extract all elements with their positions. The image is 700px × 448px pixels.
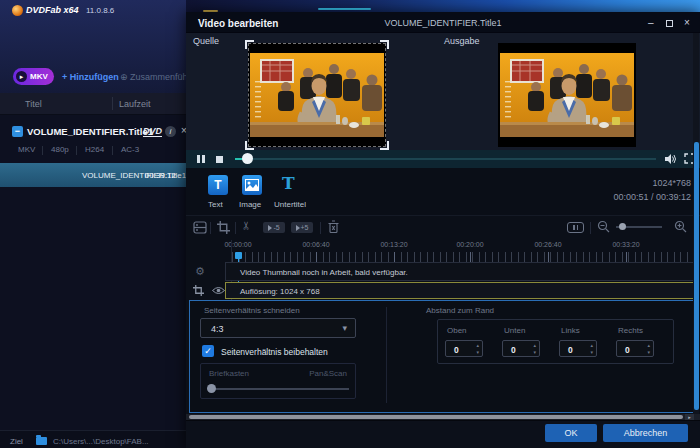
pause-icon[interactable] — [197, 155, 200, 163]
close-icon[interactable]: × — [684, 18, 690, 28]
crop-tool-icon[interactable] — [217, 221, 230, 234]
margin-section-title: Abstand zum Rand — [426, 306, 494, 315]
zoom-in-icon[interactable] — [674, 220, 687, 233]
thumbnail-message: Video Thumbnail noch in Arbeit, bald ver… — [240, 268, 408, 277]
tag-format[interactable]: MKV — [18, 145, 35, 154]
margin-top-label: Oben — [447, 326, 467, 335]
resolution-row-text: Auflösung: 1024 x 768 — [240, 287, 320, 296]
destination-path[interactable]: C:\Users\...\Desktop\FAB... — [53, 437, 149, 446]
tag-divider — [42, 146, 43, 155]
crop-section-title: Seitenverhältnis schneiden — [204, 306, 300, 315]
margin-bottom-stepper[interactable]: 0 ▴▾ — [502, 340, 540, 357]
image-tool-icon[interactable] — [242, 175, 262, 195]
fit-timeline-icon[interactable] — [567, 222, 584, 233]
eye-icon[interactable] — [212, 286, 225, 295]
timeline-zoom-handle[interactable] — [619, 223, 626, 230]
minimize-icon[interactable]: – — [648, 18, 654, 28]
vertical-scrollbar-thumb[interactable] — [694, 142, 699, 410]
seek-handle[interactable] — [242, 153, 253, 164]
dialog-title: Video bearbeiten — [198, 18, 278, 29]
selected-title-duration: 00:39:12 — [145, 171, 176, 180]
subtitle-tool-label: Untertitel — [274, 200, 306, 209]
tag-resolution[interactable]: 480p — [51, 145, 69, 154]
stop-icon[interactable] — [216, 156, 223, 163]
margin-left-label: Links — [561, 326, 580, 335]
source-video-frame[interactable] — [248, 43, 386, 147]
split-scissors-icon[interactable]: ✂ — [240, 221, 253, 230]
tick-label: 00:26:40 — [534, 241, 561, 248]
profile-mkv-button[interactable]: ▸ MKV — [13, 68, 54, 85]
letterbox-slider[interactable] — [209, 388, 349, 390]
thumbnail-track-row[interactable]: Video Thumbnail noch in Arbeit, bald ver… — [225, 262, 694, 281]
margin-bottom-label: Unten — [504, 326, 525, 335]
gear-icon[interactable]: ⚙ — [195, 265, 205, 278]
keep-aspect-label: Seitenverhältnis beibehalten — [221, 347, 328, 357]
crop-row-icon[interactable] — [193, 285, 204, 296]
info-icon[interactable]: i — [165, 126, 176, 137]
split-view-icon[interactable] — [193, 221, 207, 234]
column-title: Titel — [25, 99, 42, 109]
ok-button[interactable]: OK — [545, 424, 597, 442]
horizontal-scrollbar-thumb[interactable] — [189, 415, 683, 419]
output-video — [500, 53, 634, 137]
crop-selection[interactable] — [248, 43, 386, 147]
volume-icon[interactable] — [664, 153, 676, 165]
tick-label: 00:20:00 — [456, 241, 483, 248]
video-edit-dialog: VOLUME_IDENTIFIER.Title1 Video bearbeite… — [186, 12, 700, 448]
aspect-ratio-value: 4:3 — [211, 324, 224, 334]
tag-audio[interactable]: AC-3 — [121, 145, 139, 154]
letterbox-slider-handle[interactable] — [207, 384, 216, 393]
main-window-top-nav — [186, 0, 700, 12]
crop-handle-icon[interactable] — [380, 141, 389, 150]
step-forward-button[interactable]: +5 — [291, 222, 313, 233]
crop-handle-icon[interactable] — [380, 40, 389, 49]
margin-top-stepper[interactable]: 0 ▴▾ — [445, 340, 483, 357]
toolbar-divider — [320, 222, 321, 234]
step-back-button[interactable]: -5 — [263, 222, 285, 233]
cancel-button[interactable]: Abbrechen — [603, 424, 688, 442]
subtitle-tool-icon[interactable]: T — [282, 173, 295, 193]
seek-track[interactable] — [235, 158, 656, 160]
crop-handle-icon[interactable] — [245, 40, 254, 49]
chevron-down-icon: ▾ — [342, 323, 347, 333]
margin-right-label: Rechts — [618, 326, 643, 335]
folder-icon[interactable] — [36, 437, 47, 445]
keep-aspect-checkbox[interactable]: ✓ — [202, 345, 214, 357]
tag-codec[interactable]: H264 — [85, 145, 104, 154]
tag-divider — [112, 146, 113, 155]
letterbox-panscan-group: Briefkasten Pan&Scan — [200, 363, 356, 399]
toolbar-divider — [235, 222, 236, 234]
screen: DVDFab x64 11.0.8.6 ▸ MKV + Hinzufügen ⊕… — [0, 0, 700, 448]
resolution-track-row[interactable]: Auflösung: 1024 x 768 — [225, 282, 694, 299]
pause-icon[interactable] — [202, 155, 205, 163]
margin-right-stepper[interactable]: 0 ▴▾ — [616, 340, 654, 357]
dvd-badge: DVD — [143, 126, 162, 137]
playhead-handle[interactable] — [235, 252, 242, 259]
tag-divider — [76, 146, 77, 155]
add-button[interactable]: + Hinzufügen — [62, 72, 119, 82]
crop-handle-icon[interactable] — [245, 141, 254, 150]
item-checkbox[interactable]: − — [12, 126, 23, 137]
time-status: 00:00:51 / 00:39:12 — [613, 192, 691, 202]
margin-left-stepper[interactable]: 0 ▴▾ — [559, 340, 597, 357]
item-title: VOLUME_IDENTIFIER.Title1 — [27, 126, 153, 137]
aspect-ratio-dropdown[interactable]: 4:3 ▾ — [200, 318, 356, 338]
resolution-status: 1024*768 — [652, 178, 691, 188]
delete-icon[interactable] — [328, 220, 339, 233]
column-duration: Laufzeit — [119, 99, 151, 109]
stepper-arrows-icon[interactable]: ▴▾ — [590, 342, 593, 356]
stepper-arrows-icon[interactable]: ▴▾ — [647, 342, 650, 356]
zoom-out-icon[interactable] — [597, 220, 610, 233]
stepper-arrows-icon[interactable]: ▴▾ — [533, 342, 536, 356]
plus-icon: + — [62, 72, 67, 82]
output-label: Ausgabe — [444, 36, 480, 46]
tick-label: 00:13:20 — [380, 241, 407, 248]
text-tool-label: Text — [208, 200, 223, 209]
text-tool-icon[interactable]: T — [208, 175, 228, 195]
app-logo-icon — [12, 5, 23, 16]
profile-arrow-icon: ▸ — [16, 71, 27, 82]
play-icon — [296, 225, 300, 231]
toolbar-divider — [590, 222, 591, 234]
stepper-arrows-icon[interactable]: ▴▾ — [476, 342, 479, 356]
maximize-icon[interactable] — [666, 20, 673, 27]
